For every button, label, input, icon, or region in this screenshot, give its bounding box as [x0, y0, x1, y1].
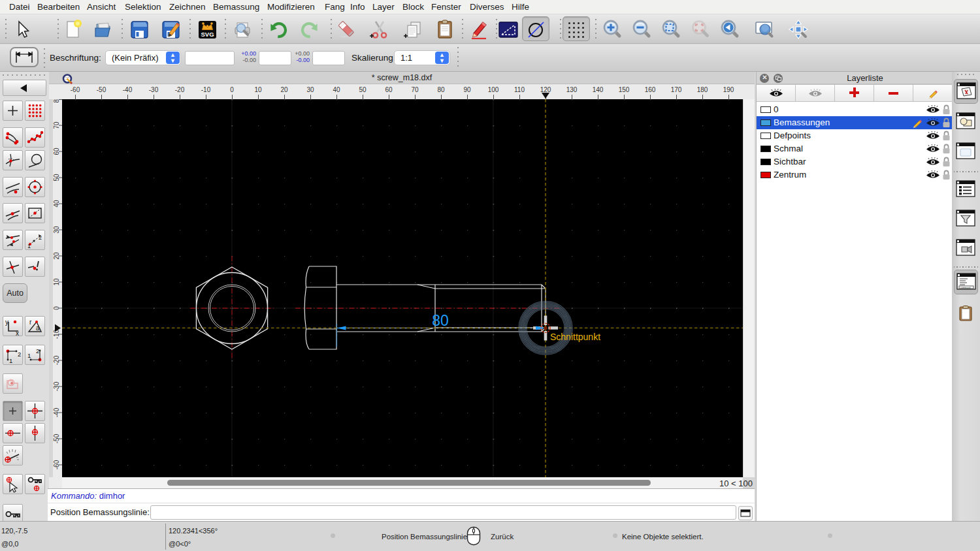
svg-text:1: 1 [27, 243, 31, 249]
svg-text:20: 20 [53, 252, 60, 260]
svg-text:80: 80 [432, 312, 449, 329]
svg-text:2: 2 [18, 351, 21, 358]
svg-text:1: 1 [9, 357, 12, 364]
svg-text:-30: -30 [53, 381, 60, 391]
svg-text:2: 2 [36, 347, 39, 354]
svg-text:40: 40 [53, 200, 60, 208]
svg-text:0: 0 [53, 306, 60, 310]
svg-text:60: 60 [53, 148, 60, 155]
svg-text:2: 2 [39, 234, 42, 241]
svg-text:-20: -20 [53, 355, 60, 365]
svg-text:-60: -60 [53, 460, 60, 469]
svg-text:80: 80 [53, 99, 60, 103]
svg-text:y: y [5, 319, 8, 326]
svg-text:50: 50 [53, 174, 60, 181]
svg-text:SVG: SVG [201, 31, 214, 38]
svg-text:70: 70 [53, 121, 60, 129]
svg-text:Schnittpunkt: Schnittpunkt [550, 332, 600, 342]
svg-text:r: r [29, 319, 32, 326]
svg-text:a: a [36, 324, 40, 332]
svg-text:10: 10 [53, 278, 60, 286]
svg-text:1: 1 [27, 352, 31, 359]
svg-text:command: command [960, 287, 970, 289]
svg-text:-40: -40 [53, 407, 60, 417]
svg-text:-50: -50 [53, 433, 60, 443]
svg-text:x: x [16, 330, 19, 336]
svg-text:30: 30 [53, 226, 60, 234]
